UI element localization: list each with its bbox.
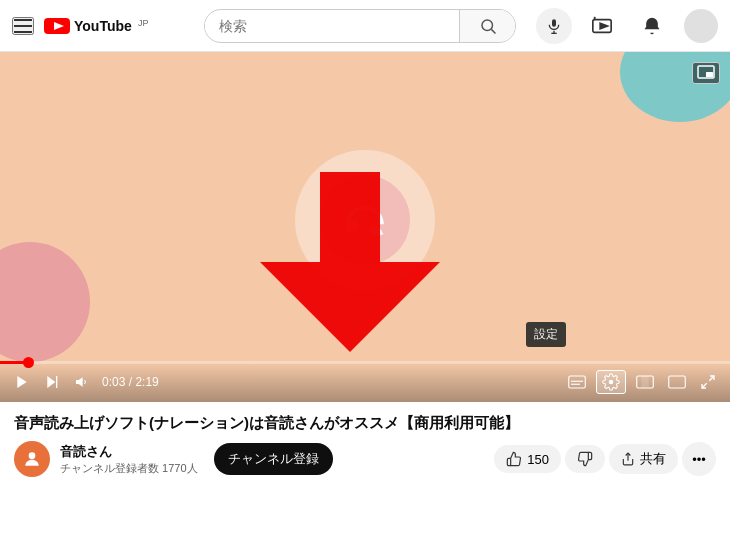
channel-row: 音読さん チャンネル登録者数 1770人 チャンネル登録 150 [14, 441, 716, 477]
svg-rect-15 [706, 72, 713, 77]
menu-button[interactable] [12, 17, 34, 35]
svg-marker-19 [76, 377, 83, 386]
next-button[interactable] [40, 372, 64, 392]
subscribe-button[interactable]: チャンネル登録 [214, 443, 333, 475]
svg-marker-13 [260, 172, 440, 352]
svg-rect-20 [569, 376, 586, 388]
svg-point-23 [609, 380, 614, 385]
subscriber-count: チャンネル登録者数 1770人 [60, 461, 198, 476]
svg-marker-9 [600, 23, 607, 29]
settings-tooltip: 設定 [526, 322, 566, 347]
more-button[interactable]: ••• [682, 442, 716, 476]
bg-decoration-pink [0, 242, 90, 362]
more-dots: ••• [692, 452, 706, 467]
channel-name: 音読さん [60, 443, 198, 461]
volume-button[interactable] [70, 372, 94, 392]
svg-marker-17 [47, 376, 55, 388]
svg-rect-18 [56, 376, 57, 388]
time-display: 0:03 / 2:19 [102, 375, 159, 389]
header: YouTube JP [0, 0, 730, 52]
share-button[interactable]: 共有 [609, 444, 678, 474]
notifications-button[interactable] [634, 8, 670, 44]
mic-button[interactable] [536, 8, 572, 44]
like-button[interactable]: 150 [494, 445, 561, 473]
subtitles-button[interactable] [564, 373, 590, 391]
svg-rect-25 [641, 376, 649, 388]
jp-badge: JP [138, 18, 149, 28]
like-count: 150 [527, 452, 549, 467]
fullscreen-button[interactable] [696, 372, 720, 392]
svg-marker-16 [17, 376, 26, 388]
play-button[interactable] [10, 372, 34, 392]
annotation-arrow [220, 172, 500, 372]
header-left: YouTube JP [12, 16, 192, 36]
search-button[interactable] [459, 9, 515, 43]
share-label: 共有 [640, 450, 666, 468]
video-info: 音声読み上げソフト(ナレーション)は音読さんがオススメ【商用利用可能】 音読さん… [0, 402, 730, 477]
miniplayer-toggle[interactable] [692, 62, 720, 84]
avatar[interactable] [684, 9, 718, 43]
svg-point-3 [482, 20, 493, 31]
svg-line-28 [702, 383, 707, 388]
channel-avatar [14, 441, 50, 477]
channel-info: 音読さん チャンネル登録者数 1770人 [60, 443, 198, 476]
upload-button[interactable] [584, 8, 620, 44]
search-area [204, 9, 516, 43]
search-input[interactable] [205, 18, 459, 34]
theater-button[interactable] [632, 373, 658, 391]
svg-line-4 [491, 29, 495, 33]
youtube-logo-icon: YouTube [44, 16, 134, 36]
svg-rect-5 [552, 19, 556, 26]
controls-bar: 0:03 / 2:19 [0, 362, 730, 402]
video-title: 音声読み上げソフト(ナレーション)は音読さんがオススメ【商用利用可能】 [14, 412, 716, 433]
theater-mode-button[interactable] [664, 373, 690, 391]
svg-rect-26 [669, 376, 686, 388]
dislike-button[interactable] [565, 445, 605, 473]
header-right [584, 8, 718, 44]
settings-button[interactable] [596, 370, 626, 394]
svg-line-27 [709, 376, 714, 381]
action-buttons: 150 共有 ••• [494, 442, 716, 476]
logo-area: YouTube JP [44, 16, 149, 36]
svg-point-29 [29, 452, 36, 459]
svg-text:YouTube: YouTube [74, 18, 132, 34]
video-player: 設定 0:03 / 2:19 [0, 52, 730, 402]
